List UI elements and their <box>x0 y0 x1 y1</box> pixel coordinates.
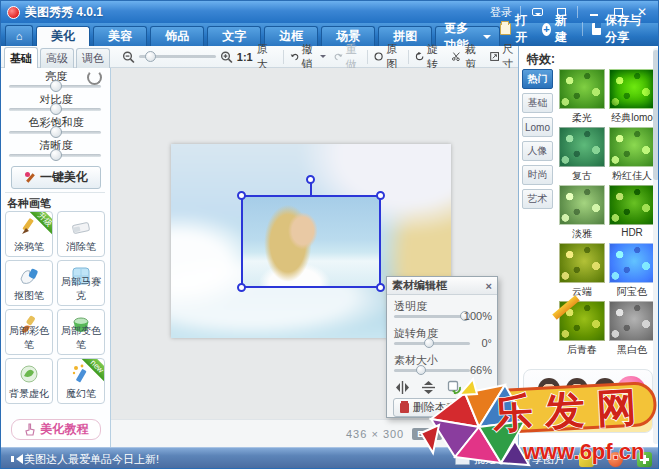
brush-eraser-pen[interactable]: 消除笔 <box>57 211 105 257</box>
exif-badge[interactable]: EXIF <box>412 428 442 440</box>
effect-retro[interactable]: 复古 <box>557 127 607 183</box>
brush-local-mosaic[interactable]: 局部马赛克 <box>57 260 105 306</box>
app-shortcut-icon-red[interactable] <box>608 452 623 467</box>
category-basic[interactable]: 基础 <box>522 93 553 113</box>
saturation-slider-thumb[interactable] <box>50 126 62 138</box>
compare-button[interactable]: 对比 <box>456 426 491 441</box>
opacity-slider[interactable] <box>394 315 470 318</box>
brush-local-recolor-pen[interactable]: 局部变色笔 <box>57 309 105 355</box>
sidebar-tab-color[interactable]: 调色 <box>76 48 110 68</box>
category-fashion[interactable]: 时尚 <box>522 165 553 185</box>
sharpness-slider[interactable] <box>9 154 101 157</box>
rotate-material-icon[interactable] <box>447 380 462 395</box>
resize-handle-top-left[interactable] <box>237 191 246 200</box>
sidebar-tab-advanced[interactable]: 高级 <box>40 48 74 68</box>
separator <box>582 22 583 36</box>
effect-thumbnail[interactable] <box>559 185 605 225</box>
category-lomo[interactable]: Lomo <box>522 117 553 137</box>
dialog-title-bar[interactable]: 素材编辑框 × <box>387 277 497 295</box>
zoom-out-icon[interactable] <box>122 50 135 64</box>
brush-cutout-pen[interactable]: 抠图笔 <box>5 260 53 306</box>
angle-slider[interactable] <box>394 342 470 345</box>
effect-cloud[interactable]: 云端 <box>557 243 607 299</box>
app-shortcut-icon-yellow[interactable] <box>579 452 594 467</box>
zoom-slider-thumb[interactable] <box>145 51 156 62</box>
effect-soft-light[interactable]: 柔光 <box>557 69 607 125</box>
size-slider-thumb[interactable] <box>416 365 426 375</box>
effect-elegant[interactable]: 淡雅 <box>557 185 607 241</box>
contrast-slider-thumb[interactable] <box>50 103 62 115</box>
effects-scrollbar-thumb[interactable] <box>653 50 659 180</box>
original-size-label[interactable]: 原大 <box>257 42 277 72</box>
news-ticker[interactable]: 美图达人最爱单品今日上新! <box>24 452 159 467</box>
promo-banner[interactable] <box>523 369 653 433</box>
chevron-down-icon[interactable] <box>320 55 326 61</box>
delete-material-button[interactable]: 删除本素材 <box>393 398 475 417</box>
effect-thumbnail[interactable] <box>609 127 655 167</box>
effect-thumbnail[interactable] <box>559 69 605 109</box>
category-art[interactable]: 艺术 <box>522 189 553 209</box>
brush-local-color-pen[interactable]: 局部彩色笔 <box>5 309 53 355</box>
new-button[interactable]: + 新建 <box>542 12 572 46</box>
brightness-slider-thumb[interactable] <box>50 80 62 92</box>
resize-handle-bottom-right[interactable] <box>376 283 385 292</box>
brush-magic-pen[interactable]: new 魔幻笔 <box>57 358 105 404</box>
category-portrait[interactable]: 人像 <box>522 141 553 161</box>
resize-button[interactable]: 尺寸 <box>490 42 518 72</box>
effect-classic-lomo[interactable]: 经典lomo <box>607 69 657 125</box>
zoom-ratio-label[interactable]: 1:1 <box>237 51 253 63</box>
flip-vertical-icon[interactable] <box>422 380 435 395</box>
tab-beautify[interactable]: 美化 <box>36 26 90 46</box>
effect-thumbnail[interactable] <box>609 69 655 109</box>
save-share-button[interactable]: 保存与分享 <box>592 12 648 46</box>
beautify-tutorial-button[interactable]: 美化教程 <box>11 419 101 440</box>
effect-thumbnail[interactable] <box>559 243 605 283</box>
zoom-in-icon[interactable] <box>220 50 233 64</box>
home-tab[interactable]: ⌂ <box>5 25 33 46</box>
material-sticker-image[interactable] <box>243 197 379 286</box>
effect-hdr[interactable]: HDR <box>607 185 657 238</box>
rotation-handle-stem <box>310 183 312 196</box>
effect-thumbnail[interactable] <box>609 243 655 283</box>
resize-handle-bottom-left[interactable] <box>237 283 246 292</box>
category-hot[interactable]: 热门 <box>522 69 553 89</box>
sharpness-slider-thumb[interactable] <box>50 149 62 161</box>
brush-doodle-pen[interactable]: 升级 涂鸦笔 <box>5 211 53 257</box>
effect-pink-lady[interactable]: 粉红佳人 <box>607 127 657 183</box>
flip-horizontal-icon[interactable] <box>395 381 410 394</box>
zoom-slider[interactable] <box>139 55 216 58</box>
brightness-slider[interactable] <box>9 85 101 88</box>
resize-label: 尺寸 <box>502 42 518 72</box>
separator <box>408 50 409 64</box>
crop-button[interactable]: 裁剪 <box>452 42 480 72</box>
material-selection-box[interactable] <box>241 195 381 288</box>
dialog-close-icon[interactable]: × <box>486 280 492 292</box>
size-slider[interactable] <box>394 369 470 372</box>
app-shortcut-icon-green[interactable] <box>637 452 652 467</box>
resize-handle-top-right[interactable] <box>376 191 385 200</box>
background-blur-icon <box>18 363 40 385</box>
one-key-beautify-button[interactable]: 一键美化 <box>11 166 101 189</box>
effect-label: 后青春 <box>557 343 607 357</box>
effect-thumbnail[interactable] <box>559 127 605 167</box>
brush-background-blur[interactable]: 背景虚化 <box>5 358 53 404</box>
angle-slider-thumb[interactable] <box>424 338 434 348</box>
size-label: 素材大小 <box>394 353 438 368</box>
rotate-button[interactable]: 旋转 <box>415 42 443 72</box>
effect-thumbnail[interactable] <box>609 301 655 341</box>
effect-black-white[interactable]: 黑白色 <box>607 301 657 357</box>
share-picture-button[interactable]: 分享图片 <box>521 452 565 467</box>
saturation-slider[interactable] <box>9 131 101 134</box>
effect-abao-color[interactable]: 阿宝色 <box>607 243 657 299</box>
undo-button[interactable]: 撤销 <box>290 42 326 72</box>
one-key-beautify-label: 一键美化 <box>40 169 88 186</box>
sidebar-tab-basic[interactable]: 基础 <box>4 47 38 68</box>
effect-post-youth[interactable]: 后青春 <box>557 301 607 357</box>
original-image-button[interactable]: 原图 <box>374 42 402 72</box>
effect-thumbnail[interactable] <box>609 185 655 225</box>
redo-button[interactable]: 重做 <box>334 42 362 72</box>
effects-scrollbar[interactable] <box>653 48 659 444</box>
contrast-slider[interactable] <box>9 108 101 111</box>
batch-process-button[interactable]: 批处理 <box>455 452 507 467</box>
rotation-handle[interactable] <box>306 175 315 184</box>
